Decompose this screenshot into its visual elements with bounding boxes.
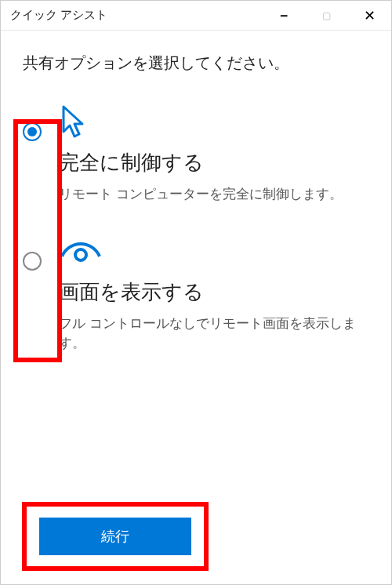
option-view-screen[interactable]: 画面を表示する フル コントロールなしでリモート画面を表示します。 — [23, 234, 369, 354]
option-title: 画面を表示する — [59, 278, 369, 306]
window-controls: ━ ▢ ✕ — [262, 1, 391, 30]
svg-point-0 — [75, 249, 86, 260]
titlebar: クイック アシスト ━ ▢ ✕ — [1, 1, 391, 31]
continue-button[interactable]: 続行 — [39, 518, 191, 555]
option-description: フル コントロールなしでリモート画面を表示します。 — [59, 314, 369, 354]
option-body: 完全に制御する リモート コンピューターを完全に制御します。 — [54, 105, 369, 205]
footer: 続行 — [0, 502, 392, 571]
annotation-highlight-button: 続行 — [22, 502, 209, 571]
radio-column — [23, 105, 54, 141]
cursor-icon — [59, 105, 369, 141]
option-body: 画面を表示する フル コントロールなしでリモート画面を表示します。 — [54, 234, 369, 354]
page-heading: 共有オプションを選択してください。 — [23, 53, 369, 74]
content-area: 共有オプションを選択してください。 完全に制御する リモート コンピューターを完… — [1, 31, 391, 354]
eye-icon — [59, 234, 369, 271]
minimize-button[interactable]: ━ — [262, 1, 305, 30]
option-full-control[interactable]: 完全に制御する リモート コンピューターを完全に制御します。 — [23, 105, 369, 205]
option-title: 完全に制御する — [59, 149, 369, 176]
options-wrapper: 完全に制御する リモート コンピューターを完全に制御します。 画面を表示する フ… — [23, 105, 369, 354]
radio-selected[interactable] — [23, 122, 42, 141]
radio-column — [23, 234, 54, 271]
close-button[interactable]: ✕ — [348, 1, 391, 30]
maximize-button[interactable]: ▢ — [305, 1, 348, 30]
option-description: リモート コンピューターを完全に制御します。 — [59, 184, 369, 205]
window-title: クイック アシスト — [10, 8, 262, 23]
radio-unselected[interactable] — [23, 252, 42, 271]
